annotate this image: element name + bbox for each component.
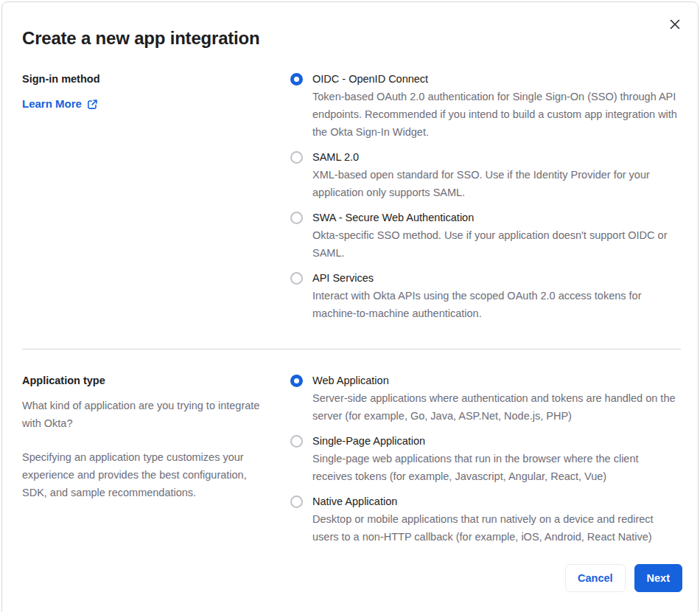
radio-option-description: Okta-specific SSO method. Use if your ap… [312,226,681,262]
application-type-heading: Application type [22,372,273,389]
radio-option-label: Web Application [312,372,681,389]
application-type-options: Web Application Server-side applications… [290,372,681,553]
application-type-option[interactable]: Native Application Desktop or mobile app… [290,493,681,546]
signin-method-heading: Sign-in method [22,70,273,88]
signin-method-options: OIDC - OpenID Connect Token-based OAuth … [290,70,681,330]
radio-option-description: XML-based open standard for SSO. Use if … [312,166,681,201]
radio-option-description: Desktop or mobile applications that run … [312,510,681,546]
cancel-button[interactable]: Cancel [565,564,626,592]
radio-icon[interactable] [290,435,303,448]
application-type-section: Application type What kind of applicatio… [22,372,681,553]
section-divider [22,349,681,350]
signin-method-section: Sign-in method Learn More OIDC - OpenID … [22,70,681,330]
learn-more-label: Learn More [22,95,82,113]
dialog-title: Create a new app integration [22,27,681,49]
dialog-footer: Cancel Next [565,564,682,592]
application-type-explanation: Specifying an application type customize… [22,448,273,501]
signin-method-option[interactable]: API Services Interact with Okta APIs usi… [290,269,681,322]
external-link-icon [87,99,98,110]
signin-method-option[interactable]: SWA - Secure Web Authentication Okta-spe… [290,209,681,262]
close-button[interactable] [666,16,684,34]
signin-method-option[interactable]: OIDC - OpenID Connect Token-based OAuth … [290,70,681,141]
radio-icon[interactable] [290,151,303,164]
radio-option-description: Token-based OAuth 2.0 authentication for… [312,88,681,141]
radio-option-description: Single-page web applications that run in… [312,450,681,485]
create-app-integration-dialog: Create a new app integration Sign-in met… [1,1,699,612]
radio-icon[interactable] [290,375,303,387]
radio-option-label: SWA - Secure Web Authentication [312,209,681,226]
learn-more-link[interactable]: Learn More [22,95,98,113]
radio-option-label: SAML 2.0 [312,148,681,166]
radio-option-label: Native Application [312,493,681,510]
application-type-question: What kind of application are you trying … [22,397,273,432]
radio-option-description: Interact with Okta APIs using the scoped… [312,287,681,322]
close-icon [670,19,680,32]
radio-option-description: Server-side applications where authentic… [312,389,681,425]
radio-option-label: OIDC - OpenID Connect [312,70,681,88]
application-type-option[interactable]: Web Application Server-side applications… [290,372,681,425]
radio-icon[interactable] [290,212,303,224]
application-type-option[interactable]: Single-Page Application Single-page web … [290,432,681,485]
radio-icon[interactable] [290,272,303,285]
radio-option-label: Single-Page Application [312,432,681,450]
next-button[interactable]: Next [634,564,682,592]
radio-icon[interactable] [290,495,303,508]
signin-method-option[interactable]: SAML 2.0 XML-based open standard for SSO… [290,148,681,201]
radio-option-label: API Services [312,269,681,287]
radio-icon[interactable] [290,73,303,86]
